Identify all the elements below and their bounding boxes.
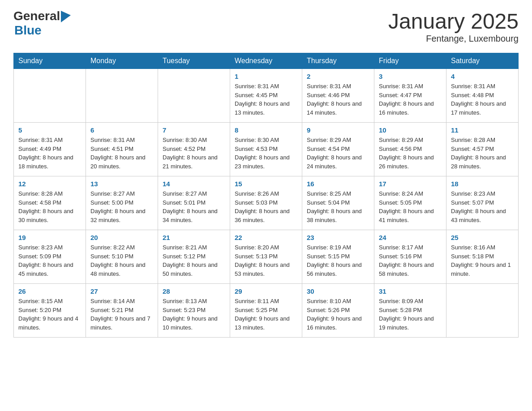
day-number: 19: [18, 234, 81, 241]
day-number: 7: [163, 126, 225, 134]
calendar-cell: 2Sunrise: 8:31 AMSunset: 4:46 PMDaylight…: [302, 69, 374, 123]
week-row-4: 19Sunrise: 8:23 AMSunset: 5:09 PMDayligh…: [14, 230, 519, 284]
calendar-cell: 3Sunrise: 8:31 AMSunset: 4:47 PMDaylight…: [374, 69, 446, 123]
calendar-cell: 29Sunrise: 8:11 AMSunset: 5:25 PMDayligh…: [230, 284, 302, 338]
calendar-cell: [446, 284, 519, 338]
day-number: 14: [163, 180, 225, 188]
header-day-friday: Friday: [374, 53, 446, 69]
calendar-cell: 10Sunrise: 8:29 AMSunset: 4:56 PMDayligh…: [374, 123, 446, 176]
day-number: 17: [379, 180, 442, 188]
day-number: 31: [379, 287, 442, 295]
header-row: SundayMondayTuesdayWednesdayThursdayFrid…: [14, 53, 519, 69]
day-number: 23: [307, 234, 369, 241]
day-number: 16: [307, 180, 369, 188]
day-info: Sunrise: 8:29 AMSunset: 4:54 PMDaylight:…: [307, 136, 369, 171]
day-number: 26: [18, 287, 81, 295]
calendar-cell: 16Sunrise: 8:25 AMSunset: 5:04 PMDayligh…: [302, 176, 374, 230]
calendar-cell: 12Sunrise: 8:28 AMSunset: 4:58 PMDayligh…: [14, 176, 86, 230]
calendar-table: SundayMondayTuesdayWednesdayThursdayFrid…: [13, 53, 519, 338]
calendar-cell: [14, 69, 86, 123]
day-info: Sunrise: 8:27 AMSunset: 5:00 PMDaylight:…: [90, 189, 153, 224]
calendar-title: January 2025: [388, 9, 519, 34]
calendar-cell: 11Sunrise: 8:28 AMSunset: 4:57 PMDayligh…: [446, 123, 519, 176]
day-info: Sunrise: 8:22 AMSunset: 5:10 PMDaylight:…: [90, 243, 153, 278]
day-number: 29: [235, 287, 297, 295]
day-number: 15: [235, 180, 297, 188]
logo-blue-text: Blue: [14, 23, 42, 38]
day-number: 30: [307, 287, 369, 295]
page-header: General Blue January 2025 Fentange, Luxe…: [13, 9, 519, 44]
day-info: Sunrise: 8:26 AMSunset: 5:03 PMDaylight:…: [235, 189, 297, 224]
svg-marker-0: [61, 11, 71, 22]
header-day-thursday: Thursday: [302, 53, 374, 69]
logo-general-text: General: [13, 9, 60, 23]
day-info: Sunrise: 8:13 AMSunset: 5:23 PMDaylight:…: [163, 297, 225, 332]
day-info: Sunrise: 8:23 AMSunset: 5:09 PMDaylight:…: [18, 243, 81, 278]
day-info: Sunrise: 8:09 AMSunset: 5:28 PMDaylight:…: [379, 297, 442, 332]
day-info: Sunrise: 8:14 AMSunset: 5:21 PMDaylight:…: [90, 297, 153, 332]
calendar-cell: 28Sunrise: 8:13 AMSunset: 5:23 PMDayligh…: [158, 284, 230, 338]
day-info: Sunrise: 8:30 AMSunset: 4:52 PMDaylight:…: [163, 136, 225, 171]
day-number: 18: [451, 180, 514, 188]
week-row-2: 5Sunrise: 8:31 AMSunset: 4:49 PMDaylight…: [14, 123, 519, 176]
calendar-cell: 18Sunrise: 8:23 AMSunset: 5:07 PMDayligh…: [446, 176, 519, 230]
calendar-cell: 31Sunrise: 8:09 AMSunset: 5:28 PMDayligh…: [374, 284, 446, 338]
day-info: Sunrise: 8:10 AMSunset: 5:26 PMDaylight:…: [307, 297, 369, 332]
day-info: Sunrise: 8:31 AMSunset: 4:51 PMDaylight:…: [90, 136, 153, 171]
calendar-cell: 14Sunrise: 8:27 AMSunset: 5:01 PMDayligh…: [158, 176, 230, 230]
calendar-cell: 26Sunrise: 8:15 AMSunset: 5:20 PMDayligh…: [14, 284, 86, 338]
title-block: January 2025 Fentange, Luxembourg: [388, 9, 519, 44]
day-number: 2: [307, 73, 369, 80]
logo-triangle-icon: [61, 11, 71, 22]
day-info: Sunrise: 8:31 AMSunset: 4:49 PMDaylight:…: [18, 136, 81, 171]
day-info: Sunrise: 8:28 AMSunset: 4:57 PMDaylight:…: [451, 136, 514, 171]
calendar-cell: 15Sunrise: 8:26 AMSunset: 5:03 PMDayligh…: [230, 176, 302, 230]
day-number: 3: [379, 73, 442, 80]
day-number: 6: [90, 126, 153, 134]
calendar-cell: 17Sunrise: 8:24 AMSunset: 5:05 PMDayligh…: [374, 176, 446, 230]
day-number: 28: [163, 287, 225, 295]
calendar-cell: [158, 69, 230, 123]
calendar-cell: [86, 69, 158, 123]
calendar-cell: 8Sunrise: 8:30 AMSunset: 4:53 PMDaylight…: [230, 123, 302, 176]
day-number: 21: [163, 234, 225, 241]
day-info: Sunrise: 8:31 AMSunset: 4:46 PMDaylight:…: [307, 82, 369, 117]
day-info: Sunrise: 8:23 AMSunset: 5:07 PMDaylight:…: [451, 189, 514, 224]
calendar-cell: 25Sunrise: 8:16 AMSunset: 5:18 PMDayligh…: [446, 230, 519, 284]
week-row-5: 26Sunrise: 8:15 AMSunset: 5:20 PMDayligh…: [14, 284, 519, 338]
calendar-cell: 19Sunrise: 8:23 AMSunset: 5:09 PMDayligh…: [14, 230, 86, 284]
day-info: Sunrise: 8:25 AMSunset: 5:04 PMDaylight:…: [307, 189, 369, 224]
day-info: Sunrise: 8:28 AMSunset: 4:58 PMDaylight:…: [18, 189, 81, 224]
day-info: Sunrise: 8:16 AMSunset: 5:18 PMDaylight:…: [451, 243, 514, 278]
calendar-cell: 20Sunrise: 8:22 AMSunset: 5:10 PMDayligh…: [86, 230, 158, 284]
day-info: Sunrise: 8:27 AMSunset: 5:01 PMDaylight:…: [163, 189, 225, 224]
calendar-cell: 21Sunrise: 8:21 AMSunset: 5:12 PMDayligh…: [158, 230, 230, 284]
day-info: Sunrise: 8:29 AMSunset: 4:56 PMDaylight:…: [379, 136, 442, 171]
day-info: Sunrise: 8:20 AMSunset: 5:13 PMDaylight:…: [235, 243, 297, 278]
day-info: Sunrise: 8:17 AMSunset: 5:16 PMDaylight:…: [379, 243, 442, 278]
day-info: Sunrise: 8:24 AMSunset: 5:05 PMDaylight:…: [379, 189, 442, 224]
day-number: 22: [235, 234, 297, 241]
header-day-monday: Monday: [86, 53, 158, 69]
calendar-subtitle: Fentange, Luxembourg: [388, 34, 519, 44]
calendar-cell: 23Sunrise: 8:19 AMSunset: 5:15 PMDayligh…: [302, 230, 374, 284]
day-number: 24: [379, 234, 442, 241]
day-number: 11: [451, 126, 514, 134]
day-number: 25: [451, 234, 514, 241]
day-number: 8: [235, 126, 297, 134]
day-number: 9: [307, 126, 369, 134]
calendar-cell: 9Sunrise: 8:29 AMSunset: 4:54 PMDaylight…: [302, 123, 374, 176]
day-number: 10: [379, 126, 442, 134]
day-number: 13: [90, 180, 153, 188]
calendar-cell: 27Sunrise: 8:14 AMSunset: 5:21 PMDayligh…: [86, 284, 158, 338]
day-number: 5: [18, 126, 81, 134]
day-info: Sunrise: 8:31 AMSunset: 4:48 PMDaylight:…: [451, 82, 514, 117]
calendar-cell: 13Sunrise: 8:27 AMSunset: 5:00 PMDayligh…: [86, 176, 158, 230]
day-info: Sunrise: 8:30 AMSunset: 4:53 PMDaylight:…: [235, 136, 297, 171]
logo: General Blue: [13, 9, 71, 38]
day-number: 20: [90, 234, 153, 241]
day-info: Sunrise: 8:11 AMSunset: 5:25 PMDaylight:…: [235, 297, 297, 332]
calendar-cell: 30Sunrise: 8:10 AMSunset: 5:26 PMDayligh…: [302, 284, 374, 338]
calendar-cell: 4Sunrise: 8:31 AMSunset: 4:48 PMDaylight…: [446, 69, 519, 123]
calendar-cell: 24Sunrise: 8:17 AMSunset: 5:16 PMDayligh…: [374, 230, 446, 284]
